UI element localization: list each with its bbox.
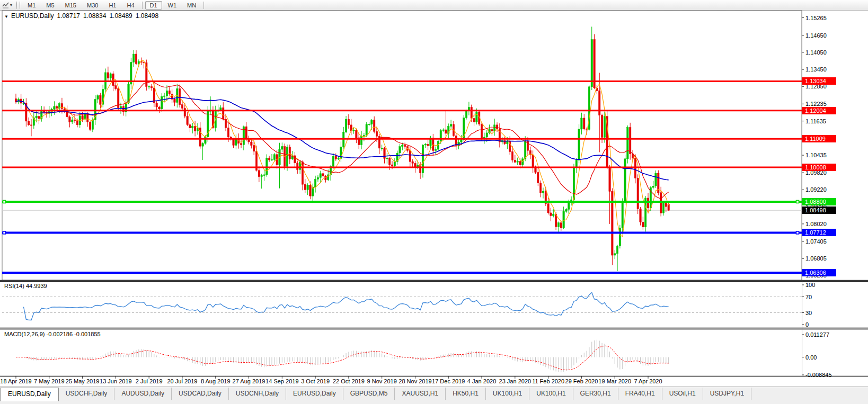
- candle-body: [163, 96, 165, 96]
- candle-body: [189, 124, 191, 128]
- chart-canvas[interactable]: [0, 0, 868, 404]
- chart-tab-uk100-h1[interactable]: UK100,H1: [486, 388, 529, 400]
- candle-body: [578, 129, 580, 160]
- candle-body: [184, 109, 185, 116]
- candle-body: [28, 121, 29, 125]
- candle-body: [374, 120, 375, 131]
- candle-body: [233, 139, 234, 146]
- hline-handle[interactable]: [3, 200, 6, 203]
- chart-tab-xauusd-h1[interactable]: XAUUSD,H1: [395, 388, 446, 400]
- candle-body: [640, 209, 641, 222]
- chart-tab-eurusd-daily[interactable]: EURUSD,Daily: [0, 388, 59, 401]
- chart-tab-ger30-h1[interactable]: GER30,H1: [573, 388, 618, 400]
- candle-body: [253, 146, 254, 151]
- candle-body: [627, 128, 628, 159]
- chart-tab-usdchf-daily[interactable]: USDCHF,Daily: [59, 388, 115, 400]
- candle-body: [174, 99, 175, 102]
- candle-body: [560, 223, 562, 228]
- candle-body: [511, 151, 513, 160]
- candle-body: [205, 137, 206, 143]
- candle-body: [391, 165, 393, 166]
- chart-tab-audusd-daily[interactable]: AUDUSD,Daily: [114, 388, 172, 400]
- candle-body: [273, 155, 275, 160]
- candle-body: [36, 116, 37, 118]
- candle-body: [519, 161, 521, 165]
- candle-body: [158, 107, 160, 109]
- macd-pane[interactable]: [16, 340, 669, 373]
- candle-body: [652, 186, 654, 187]
- candle-body: [601, 115, 603, 138]
- chart-tab-usoil-h1[interactable]: USOil,H1: [662, 388, 703, 400]
- hline-handle[interactable]: [796, 200, 799, 203]
- candle-body: [616, 246, 618, 254]
- candle-body: [642, 222, 644, 227]
- candle-body: [630, 128, 631, 154]
- hline-handle[interactable]: [796, 231, 799, 234]
- candle-body: [399, 147, 401, 153]
- chart-tab-fra40-h1[interactable]: FRA40,H1: [618, 388, 662, 400]
- candle-body: [547, 204, 549, 213]
- candle-body: [266, 158, 268, 175]
- candle-body: [524, 141, 526, 159]
- candle-body: [261, 176, 262, 177]
- candle-body: [82, 116, 83, 119]
- terminal-window: ▼ M1M5M15M30H1H4D1W1MN ▼EURUSD,Daily1.08…: [0, 0, 868, 404]
- candle-body: [332, 156, 334, 166]
- candle-body: [245, 127, 247, 139]
- candle-body: [304, 184, 306, 190]
- chart-tab-usdcad-daily[interactable]: USDCAD,Daily: [172, 388, 229, 400]
- candle-body: [169, 91, 170, 94]
- candle-body: [460, 140, 462, 142]
- candle-body: [422, 145, 423, 173]
- candle-body: [575, 160, 577, 168]
- candle-body: [150, 86, 152, 88]
- chart-tab-gbpusd-m5[interactable]: GBPUSD,M5: [343, 388, 395, 400]
- candle-body: [384, 148, 385, 158]
- candle-body: [581, 118, 582, 129]
- candle-body: [486, 133, 488, 137]
- candle-body: [563, 211, 564, 228]
- candle-body: [307, 185, 308, 190]
- candle-body: [386, 158, 388, 159]
- candle-body: [76, 121, 78, 125]
- candle-body: [360, 136, 362, 145]
- macd-signal-line: [16, 346, 669, 370]
- candle-body: [542, 191, 544, 193]
- candle-body: [476, 112, 477, 122]
- candle-body: [294, 156, 296, 163]
- hline-handle[interactable]: [3, 231, 6, 234]
- chart-tab-usdcnh-daily[interactable]: USDCNH,Daily: [229, 388, 286, 400]
- chart-tab-eurusd-daily[interactable]: EURUSD,Daily: [286, 388, 343, 400]
- candle-body: [496, 125, 498, 129]
- candle-body: [622, 201, 623, 228]
- candle-body: [655, 173, 657, 186]
- candle-body: [38, 116, 40, 119]
- candle-body: [427, 144, 429, 146]
- candle-body: [381, 148, 383, 149]
- candle-body: [100, 95, 101, 104]
- candle-body: [535, 167, 536, 172]
- candle-body: [235, 139, 237, 146]
- candle-body: [550, 213, 552, 216]
- rsi-pane[interactable]: [2, 292, 802, 320]
- chart-tab-usdjpy-h1[interactable]: USDJPY,H1: [703, 388, 751, 400]
- candle-body: [609, 167, 610, 191]
- candle-body: [192, 127, 193, 128]
- candle-body: [591, 40, 592, 87]
- candle-body: [72, 120, 73, 122]
- candle-body: [240, 143, 242, 145]
- chart-tab-uk100-h1[interactable]: UK100,H1: [529, 388, 573, 400]
- candle-body: [220, 108, 222, 110]
- candle-body: [481, 124, 482, 138]
- candle-body: [442, 130, 444, 131]
- candle-body: [317, 177, 318, 179]
- candle-body: [394, 161, 395, 166]
- candle-body: [227, 128, 229, 137]
- candle-body: [187, 116, 188, 125]
- candle-body: [445, 130, 447, 133]
- candle-body: [322, 174, 324, 176]
- candle-body: [465, 111, 467, 118]
- candle-body: [348, 119, 349, 125]
- candle-body: [494, 125, 495, 131]
- chart-tab-hk50-h1[interactable]: HK50,H1: [446, 388, 486, 400]
